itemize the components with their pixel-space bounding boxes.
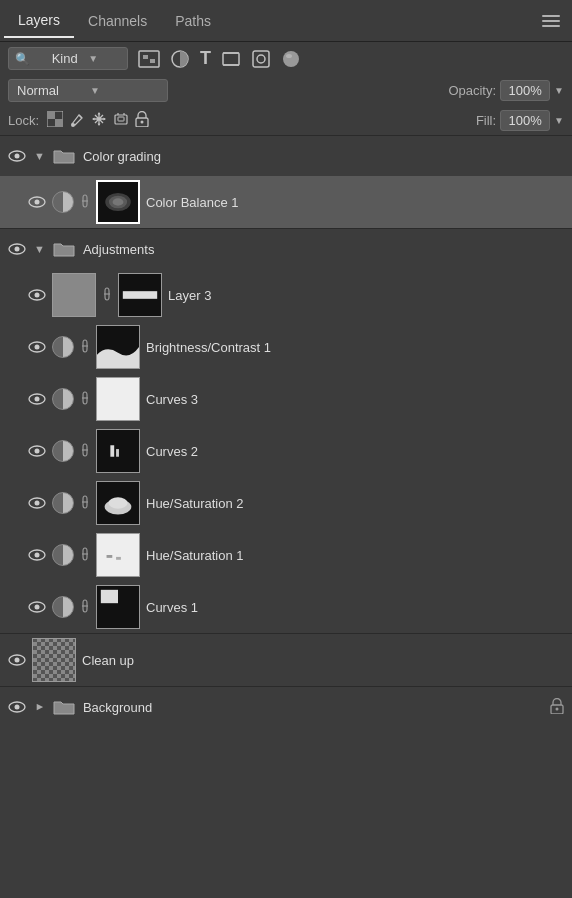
svg-point-38 (35, 345, 40, 350)
lock-transparent-icon[interactable] (47, 111, 63, 130)
svg-rect-1 (143, 55, 148, 59)
link-icon (80, 193, 90, 212)
kind-label: Kind (52, 51, 85, 66)
svg-point-14 (71, 123, 75, 127)
layer-hue-saturation-2[interactable]: Hue/Saturation 2 (0, 477, 572, 529)
shape-filter-icon[interactable] (221, 49, 241, 69)
layer-mask-thumbnail (118, 273, 162, 317)
svg-point-9 (283, 51, 299, 67)
chevron-right-icon[interactable]: ▼ (33, 702, 45, 713)
svg-point-24 (15, 154, 20, 159)
svg-rect-13 (55, 119, 63, 127)
eye-icon[interactable] (28, 390, 46, 408)
svg-rect-47 (116, 449, 119, 457)
layer-hue-saturation-1[interactable]: Hue/Saturation 1 (0, 529, 572, 581)
lock-right-icon (550, 698, 564, 717)
eye-icon[interactable] (28, 286, 46, 304)
svg-rect-4 (223, 53, 239, 65)
layer-name: Curves 3 (146, 392, 198, 407)
kind-toolbar-row: 🔍 Kind ▼ T (0, 42, 572, 75)
eye-icon[interactable] (28, 193, 46, 211)
folder-icon (53, 698, 75, 716)
tab-channels[interactable]: Channels (74, 5, 161, 37)
fill-chevron-icon[interactable]: ▼ (554, 115, 564, 126)
opacity-label: Opacity: (448, 83, 496, 98)
layer-thumbnail (52, 273, 96, 317)
chevron-down-icon[interactable]: ▼ (34, 243, 45, 255)
tabs-bar: Layers Channels Paths (0, 0, 572, 42)
layer-curves-1[interactable]: Curves 1 (0, 581, 572, 633)
group-name-adjustments: Adjustments (83, 242, 155, 257)
fill-value[interactable]: 100% (500, 110, 550, 131)
eye-icon[interactable] (28, 338, 46, 356)
layer-thumbnail (96, 325, 140, 369)
layer-thumbnail (96, 429, 140, 473)
eye-icon[interactable] (8, 147, 26, 165)
group-name-background: Background (83, 700, 152, 715)
layer-thumbnail (96, 585, 140, 629)
type-filter-icon[interactable]: T (200, 48, 211, 69)
adjustment-circle-icon (52, 191, 74, 213)
kind-select[interactable]: 🔍 Kind ▼ (8, 47, 128, 70)
opacity-value[interactable]: 100% (500, 80, 550, 101)
eye-icon[interactable] (28, 546, 46, 564)
panel-menu-icon[interactable] (534, 7, 568, 35)
layer-color-balance-1[interactable]: Color Balance 1 (0, 176, 572, 228)
circle-filter-icon[interactable] (281, 49, 301, 69)
tab-layers[interactable]: Layers (4, 4, 74, 38)
link-icon (80, 442, 90, 461)
tab-paths[interactable]: Paths (161, 5, 225, 37)
blend-mode-select[interactable]: Normal ▼ (8, 79, 168, 102)
link-icon (80, 546, 90, 565)
group-adjustments[interactable]: ▼ Adjustments (0, 229, 572, 269)
folder-icon (53, 147, 75, 165)
pixel-filter-icon[interactable] (138, 50, 160, 68)
layer-name: Curves 1 (146, 600, 198, 615)
layer-name: Curves 2 (146, 444, 198, 459)
layer-curves-2[interactable]: Curves 2 (0, 425, 572, 477)
filter-icons: T (138, 48, 301, 69)
smart-filter-icon[interactable] (251, 49, 271, 69)
layer-curves-3[interactable]: Curves 3 (0, 373, 572, 425)
group-color-grading[interactable]: ▼ Color grading (0, 136, 572, 176)
eye-icon[interactable] (28, 494, 46, 512)
lock-pixels-icon[interactable] (69, 111, 85, 130)
chevron-down-icon[interactable]: ▼ (34, 150, 45, 162)
adjustment-filter-icon[interactable] (170, 49, 190, 69)
link-icon (80, 598, 90, 617)
layer-brightness-contrast-1[interactable]: Brightness/Contrast 1 (0, 321, 572, 373)
lock-position-icon[interactable] (91, 111, 107, 130)
layer-3[interactable]: Layer 3 (0, 269, 572, 321)
svg-point-10 (286, 54, 292, 58)
group-background[interactable]: ▼ Background (0, 687, 572, 727)
svg-marker-16 (98, 124, 101, 127)
eye-icon[interactable] (28, 598, 46, 616)
layer-clean-up[interactable]: Clean up (0, 634, 572, 686)
svg-point-59 (35, 605, 40, 610)
layer-thumbnail (96, 180, 140, 224)
kind-chevron-icon: ▼ (88, 53, 121, 64)
link-icon (80, 494, 90, 513)
svg-point-49 (35, 501, 40, 506)
adjustment-circle-icon (52, 492, 74, 514)
eye-icon[interactable] (28, 442, 46, 460)
svg-marker-17 (92, 118, 95, 121)
lock-all-icon[interactable] (135, 111, 149, 130)
layer-name: Layer 3 (168, 288, 211, 303)
eye-icon[interactable] (8, 240, 26, 258)
svg-rect-46 (110, 445, 114, 456)
lock-artboard-icon[interactable] (113, 111, 129, 130)
adjustment-circle-icon (52, 596, 74, 618)
svg-point-44 (35, 449, 40, 454)
fill-group: Fill: 100% ▼ (476, 110, 564, 131)
layer-name: Brightness/Contrast 1 (146, 340, 271, 355)
svg-point-67 (556, 707, 559, 710)
layer-thumbnail (32, 638, 76, 682)
svg-point-32 (15, 247, 20, 252)
eye-icon[interactable] (8, 651, 26, 669)
fill-label: Fill: (476, 113, 496, 128)
svg-rect-12 (47, 111, 55, 119)
opacity-chevron-icon[interactable]: ▼ (554, 85, 564, 96)
svg-rect-7 (253, 51, 269, 67)
eye-icon[interactable] (8, 698, 26, 716)
